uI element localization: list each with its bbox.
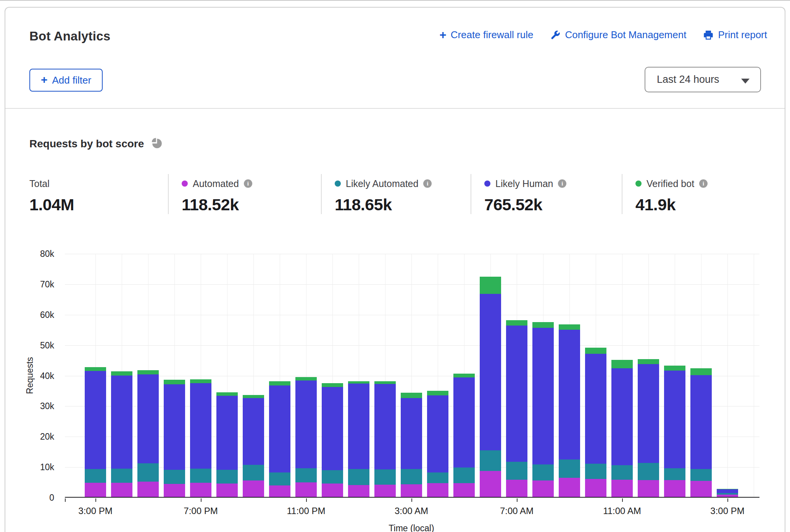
- bar-segment-likely-human[interactable]: [480, 294, 501, 450]
- bar-segment-automated[interactable]: [190, 483, 211, 497]
- bar-segment-likely-automated[interactable]: [374, 469, 396, 485]
- bar-segment-verified-bot[interactable]: [216, 392, 238, 396]
- bar-segment-likely-human[interactable]: [374, 384, 396, 469]
- bar-segment-likely-human[interactable]: [164, 384, 185, 470]
- bar-segment-likely-human[interactable]: [216, 396, 238, 470]
- bar-segment-automated[interactable]: [664, 480, 685, 497]
- add-filter-button[interactable]: + Add filter: [29, 69, 103, 92]
- bar-segment-verified-bot[interactable]: [585, 348, 606, 354]
- bar-segment-automated[interactable]: [85, 483, 106, 497]
- bar-segment-automated[interactable]: [717, 495, 738, 497]
- bar-segment-likely-automated[interactable]: [85, 469, 106, 483]
- bar-segment-verified-bot[interactable]: [611, 360, 633, 368]
- bar-segment-automated[interactable]: [111, 483, 132, 497]
- stacked-bar[interactable]: [664, 366, 685, 497]
- bar-segment-likely-automated[interactable]: [638, 463, 659, 480]
- configure-bot-management-link[interactable]: Configure Bot Management: [550, 29, 686, 41]
- bar-segment-verified-bot[interactable]: [85, 367, 106, 371]
- stacked-bar[interactable]: [585, 348, 606, 497]
- stacked-bar[interactable]: [243, 395, 264, 497]
- bar-segment-likely-automated[interactable]: [690, 469, 712, 481]
- bar-segment-likely-automated[interactable]: [664, 468, 685, 480]
- bar-segment-likely-automated[interactable]: [111, 469, 132, 483]
- stacked-bar[interactable]: [269, 381, 290, 497]
- stacked-bar[interactable]: [374, 381, 396, 497]
- bar-segment-automated[interactable]: [269, 485, 290, 497]
- bar-segment-likely-human[interactable]: [190, 383, 211, 469]
- bar-segment-verified-bot[interactable]: [243, 395, 264, 398]
- bar-segment-verified-bot[interactable]: [427, 391, 448, 395]
- bar-segment-likely-automated[interactable]: [611, 465, 633, 480]
- bar-segment-likely-automated[interactable]: [348, 469, 369, 485]
- bar-segment-likely-human[interactable]: [85, 371, 106, 469]
- bar-segment-verified-bot[interactable]: [269, 381, 290, 385]
- stacked-bar[interactable]: [216, 392, 238, 497]
- bar-segment-automated[interactable]: [585, 479, 606, 497]
- bar-segment-automated[interactable]: [348, 485, 369, 497]
- bar-segment-likely-automated[interactable]: [401, 469, 422, 484]
- bar-segment-likely-automated[interactable]: [164, 470, 185, 484]
- bar-segment-automated[interactable]: [401, 484, 422, 497]
- bar-segment-verified-bot[interactable]: [322, 383, 343, 387]
- bar-segment-likely-human[interactable]: [401, 398, 422, 469]
- bar-segment-verified-bot[interactable]: [295, 377, 317, 380]
- bar-segment-likely-automated[interactable]: [216, 470, 238, 484]
- bar-segment-likely-automated[interactable]: [532, 464, 554, 480]
- bar-segment-automated[interactable]: [480, 471, 501, 497]
- bar-segment-likely-automated[interactable]: [269, 472, 290, 485]
- bar-segment-likely-human[interactable]: [427, 395, 448, 472]
- stacked-bar[interactable]: [85, 367, 106, 497]
- bar-segment-verified-bot[interactable]: [480, 277, 501, 294]
- bar-segment-likely-human[interactable]: [690, 375, 712, 469]
- bar-segment-automated[interactable]: [164, 484, 185, 497]
- bar-segment-likely-human[interactable]: [453, 377, 475, 468]
- bar-segment-likely-automated[interactable]: [295, 468, 317, 482]
- bar-segment-automated[interactable]: [137, 482, 159, 497]
- bar-segment-automated[interactable]: [453, 483, 475, 497]
- stacked-bar[interactable]: [611, 360, 633, 497]
- bar-segment-likely-automated[interactable]: [585, 464, 606, 479]
- bar-segment-verified-bot[interactable]: [190, 379, 211, 383]
- bar-segment-likely-automated[interactable]: [427, 472, 448, 483]
- bar-segment-verified-bot[interactable]: [164, 380, 185, 384]
- bar-segment-automated[interactable]: [216, 484, 238, 497]
- bar-segment-automated[interactable]: [427, 483, 448, 497]
- bar-segment-likely-human[interactable]: [638, 364, 659, 463]
- bar-segment-automated[interactable]: [374, 485, 396, 497]
- stacked-bar[interactable]: [506, 320, 527, 497]
- bar-segment-likely-human[interactable]: [506, 326, 527, 462]
- bar-segment-likely-automated[interactable]: [243, 465, 264, 480]
- bar-segment-likely-automated[interactable]: [322, 470, 343, 484]
- bar-segment-likely-human[interactable]: [585, 354, 606, 464]
- bar-segment-verified-bot[interactable]: [453, 374, 475, 377]
- bar-segment-automated[interactable]: [295, 482, 317, 497]
- stacked-bar[interactable]: [322, 383, 343, 497]
- stacked-bar[interactable]: [427, 391, 448, 497]
- stacked-bar[interactable]: [480, 277, 501, 497]
- bar-segment-likely-human[interactable]: [717, 489, 738, 493]
- stacked-bar[interactable]: [532, 322, 554, 497]
- bar-segment-automated[interactable]: [611, 480, 633, 497]
- bar-segment-verified-bot[interactable]: [506, 320, 527, 326]
- bar-segment-likely-human[interactable]: [559, 330, 580, 459]
- info-icon[interactable]: i: [244, 179, 252, 188]
- bar-segment-verified-bot[interactable]: [638, 359, 659, 364]
- print-report-link[interactable]: Print report: [703, 29, 767, 41]
- bar-segment-automated[interactable]: [322, 484, 343, 497]
- bar-segment-likely-automated[interactable]: [480, 450, 501, 471]
- info-icon[interactable]: i: [558, 179, 566, 188]
- bar-segment-verified-bot[interactable]: [559, 324, 580, 330]
- bar-segment-likely-human[interactable]: [348, 384, 369, 469]
- stacked-bar[interactable]: [453, 374, 475, 497]
- bar-segment-likely-human[interactable]: [322, 387, 343, 470]
- bar-segment-verified-bot[interactable]: [374, 381, 396, 384]
- bar-segment-likely-human[interactable]: [137, 374, 159, 463]
- bar-segment-automated[interactable]: [532, 480, 554, 497]
- stacked-bar[interactable]: [559, 324, 580, 497]
- bar-segment-automated[interactable]: [243, 480, 264, 497]
- info-icon[interactable]: i: [699, 179, 708, 188]
- stacked-bar[interactable]: [190, 379, 211, 497]
- bar-segment-verified-bot[interactable]: [401, 393, 422, 398]
- bar-segment-automated[interactable]: [690, 481, 712, 497]
- info-icon[interactable]: i: [423, 179, 432, 188]
